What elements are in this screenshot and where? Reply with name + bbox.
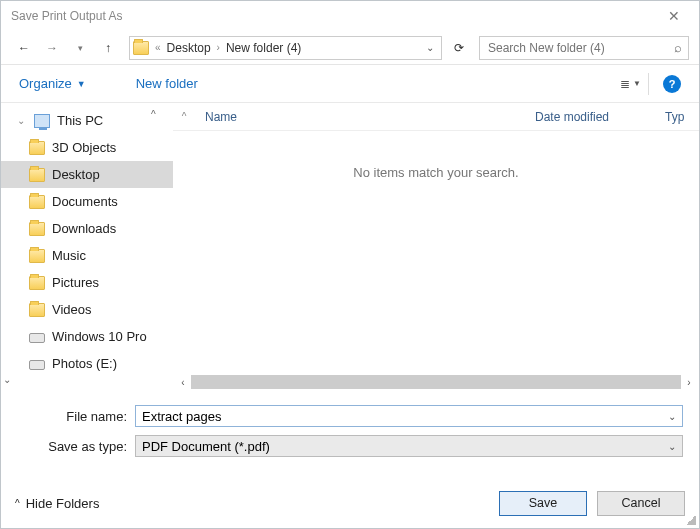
chevron-down-icon: ▼ bbox=[77, 79, 86, 89]
folder-icon bbox=[29, 195, 45, 209]
scroll-right-icon[interactable]: › bbox=[682, 375, 696, 389]
sidebar-item-label: Videos bbox=[52, 302, 92, 317]
drive-icon bbox=[29, 333, 45, 343]
search-box[interactable]: ⌕ bbox=[479, 36, 689, 60]
scrollbar-horizontal[interactable] bbox=[191, 375, 681, 389]
sidebar-item-label: Music bbox=[52, 248, 86, 263]
new-folder-button[interactable]: New folder bbox=[136, 76, 198, 91]
chevron-down-icon: ▼ bbox=[633, 79, 641, 88]
navigation-pane: ^ ⌄ This PC 3D Objects Desktop Documents bbox=[1, 103, 173, 391]
scroll-left-icon[interactable]: ‹ bbox=[176, 375, 190, 389]
close-button[interactable]: ✕ bbox=[657, 8, 691, 24]
filename-input[interactable]: Extract pages ⌄ bbox=[135, 405, 683, 427]
address-dropdown[interactable]: ⌄ bbox=[421, 42, 439, 53]
sidebar-item-desktop[interactable]: Desktop bbox=[1, 161, 173, 188]
folder-icon bbox=[29, 249, 45, 263]
folder-icon bbox=[29, 276, 45, 290]
save-as-type-label: Save as type: bbox=[17, 439, 135, 454]
chevron-down-icon[interactable]: ⌄ bbox=[3, 374, 11, 385]
resize-grip[interactable] bbox=[686, 515, 696, 525]
save-as-type-select[interactable]: PDF Document (*.pdf) ⌄ bbox=[135, 435, 683, 457]
sidebar-item-videos[interactable]: Videos bbox=[1, 296, 173, 323]
sidebar-item-this-pc[interactable]: ⌄ This PC bbox=[1, 107, 173, 134]
sidebar-item-label: Photos (E:) bbox=[52, 356, 117, 371]
search-input[interactable] bbox=[486, 40, 674, 56]
cancel-button[interactable]: Cancel bbox=[597, 491, 685, 516]
sidebar-item-label: 3D Objects bbox=[52, 140, 116, 155]
sidebar-item-downloads[interactable]: Downloads bbox=[1, 215, 173, 242]
refresh-button[interactable]: ⟳ bbox=[447, 36, 471, 60]
folder-icon bbox=[29, 222, 45, 236]
breadcrumb[interactable]: New folder (4) bbox=[225, 41, 302, 55]
chevron-down-icon[interactable]: ⌄ bbox=[668, 411, 676, 422]
sidebar-item-music[interactable]: Music bbox=[1, 242, 173, 269]
filename-label: File name: bbox=[17, 409, 135, 424]
sidebar-item-photos-drive[interactable]: Photos (E:) bbox=[1, 350, 173, 377]
empty-folder-message: No items match your search. bbox=[173, 165, 699, 180]
save-as-type-value: PDF Document (*.pdf) bbox=[142, 439, 270, 454]
column-header-type[interactable]: Typ bbox=[665, 110, 699, 124]
organize-menu[interactable]: Organize ▼ bbox=[19, 76, 86, 91]
view-icon: ≣ bbox=[620, 77, 630, 91]
folder-icon bbox=[29, 168, 45, 182]
breadcrumb[interactable]: Desktop bbox=[166, 41, 212, 55]
file-list-pane: ^ Name Date modified Typ No items match … bbox=[173, 103, 699, 391]
view-options-button[interactable]: ≣ ▼ bbox=[613, 73, 649, 95]
sidebar-item-label: Downloads bbox=[52, 221, 116, 236]
chevron-down-icon[interactable]: ⌄ bbox=[668, 441, 676, 452]
forward-button[interactable]: → bbox=[39, 35, 65, 61]
sidebar-item-3d-objects[interactable]: 3D Objects bbox=[1, 134, 173, 161]
folder-icon bbox=[132, 41, 150, 55]
sidebar-item-pictures[interactable]: Pictures bbox=[1, 269, 173, 296]
recent-locations-button[interactable]: ▾ bbox=[67, 35, 93, 61]
window-title: Save Print Output As bbox=[9, 9, 657, 23]
chevron-down-icon[interactable]: ⌄ bbox=[17, 115, 27, 126]
column-header-name[interactable]: Name bbox=[195, 110, 535, 124]
sidebar-item-label: Windows 10 Pro bbox=[52, 329, 147, 344]
chevron-up-icon: ^ bbox=[15, 498, 20, 509]
hide-folders-label: Hide Folders bbox=[26, 496, 100, 511]
sidebar-item-documents[interactable]: Documents bbox=[1, 188, 173, 215]
breadcrumb-sep: « bbox=[150, 42, 166, 53]
sidebar-item-label: This PC bbox=[57, 113, 103, 128]
hide-folders-toggle[interactable]: ^ Hide Folders bbox=[15, 496, 99, 511]
sidebar-item-windows-drive[interactable]: Windows 10 Pro bbox=[1, 323, 173, 350]
search-icon[interactable]: ⌕ bbox=[674, 40, 682, 55]
folder-icon bbox=[29, 303, 45, 317]
sidebar-item-label: Pictures bbox=[52, 275, 99, 290]
folder-icon bbox=[29, 141, 45, 155]
column-sort-indicator[interactable]: ^ bbox=[173, 111, 195, 122]
sidebar-item-label: Documents bbox=[52, 194, 118, 209]
breadcrumb-sep: › bbox=[212, 42, 225, 53]
organize-label: Organize bbox=[19, 76, 72, 91]
sidebar-item-label: Desktop bbox=[52, 167, 100, 182]
address-bar[interactable]: « Desktop › New folder (4) ⌄ bbox=[129, 36, 442, 60]
drive-icon bbox=[29, 360, 45, 370]
help-button[interactable]: ? bbox=[663, 75, 681, 93]
save-button[interactable]: Save bbox=[499, 491, 587, 516]
column-header-date[interactable]: Date modified bbox=[535, 110, 665, 124]
back-button[interactable]: ← bbox=[11, 35, 37, 61]
filename-value: Extract pages bbox=[142, 409, 222, 424]
chevron-up-icon[interactable]: ^ bbox=[151, 109, 156, 120]
up-button[interactable]: ↑ bbox=[95, 35, 121, 61]
pc-icon bbox=[34, 114, 50, 128]
